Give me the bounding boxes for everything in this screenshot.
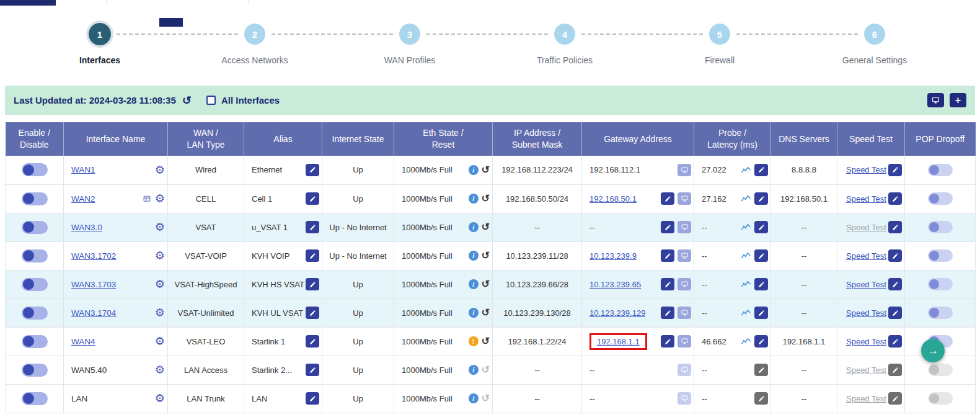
- gateway-link[interactable]: 192.168.50.1: [589, 194, 637, 204]
- interface-name-link[interactable]: WAN3.0: [71, 223, 102, 232]
- gear-icon[interactable]: ⚙: [155, 307, 165, 318]
- pop-dropoff-toggle[interactable]: [928, 278, 953, 290]
- pop-dropoff-toggle[interactable]: [928, 249, 953, 262]
- info-icon[interactable]: i: [469, 194, 479, 204]
- speed-test-link[interactable]: Speed Test: [846, 365, 886, 375]
- gear-icon[interactable]: ⚙: [155, 164, 165, 176]
- speed-test-link[interactable]: Speed Test: [846, 223, 886, 232]
- stepper-step-interfaces[interactable]: 1: [89, 23, 111, 45]
- reset-icon[interactable]: ↺: [482, 165, 490, 175]
- add-interface-button[interactable]: +: [950, 93, 966, 107]
- enable-toggle[interactable]: [22, 392, 48, 405]
- edit-icon[interactable]: [888, 249, 902, 262]
- interface-name-link[interactable]: WAN3.1702: [71, 251, 116, 261]
- gateway-link[interactable]: 10.123.239.65: [589, 280, 641, 289]
- edit-icon[interactable]: [754, 164, 768, 176]
- edit-icon[interactable]: [888, 221, 902, 233]
- ping-monitor-icon[interactable]: [678, 392, 691, 405]
- gear-icon[interactable]: ⚙: [155, 279, 165, 290]
- latency-chart-icon[interactable]: [741, 337, 751, 346]
- latency-chart-icon[interactable]: [741, 308, 751, 317]
- latency-chart-icon[interactable]: [741, 194, 751, 203]
- stepper-step-firewall[interactable]: 5: [709, 24, 730, 45]
- edit-icon[interactable]: [754, 307, 768, 319]
- ping-monitor-icon[interactable]: [678, 364, 691, 376]
- edit-icon[interactable]: [754, 392, 768, 405]
- speed-test-link[interactable]: Speed Test: [846, 394, 886, 403]
- ping-monitor-icon[interactable]: [678, 335, 691, 348]
- edit-icon[interactable]: [306, 221, 319, 233]
- latency-chart-icon[interactable]: [741, 280, 751, 289]
- interface-name-link[interactable]: WAN1: [71, 165, 95, 174]
- info-icon[interactable]: i: [469, 165, 479, 175]
- edit-icon[interactable]: [306, 307, 319, 319]
- speed-test-link[interactable]: Speed Test: [846, 280, 886, 289]
- edit-icon[interactable]: [754, 364, 768, 376]
- edit-icon[interactable]: [754, 221, 768, 233]
- ping-monitor-icon[interactable]: [678, 164, 691, 176]
- ping-monitor-icon[interactable]: [678, 221, 691, 233]
- info-icon[interactable]: i: [469, 308, 479, 318]
- edit-icon[interactable]: [306, 278, 319, 290]
- enable-toggle[interactable]: [22, 278, 48, 291]
- edit-icon[interactable]: [888, 307, 902, 319]
- edit-icon[interactable]: [754, 192, 768, 205]
- enable-toggle[interactable]: [22, 307, 48, 320]
- interface-name-link[interactable]: WAN2: [71, 194, 95, 204]
- enable-toggle[interactable]: [22, 364, 48, 377]
- gateway-link[interactable]: 192.168.1.1: [597, 337, 640, 346]
- edit-icon[interactable]: [754, 335, 768, 348]
- gear-icon[interactable]: ⚙: [155, 250, 165, 261]
- refresh-icon[interactable]: ↺: [182, 95, 192, 106]
- edit-icon[interactable]: [306, 392, 319, 405]
- info-icon[interactable]: i: [469, 393, 479, 403]
- enable-toggle[interactable]: [22, 163, 48, 176]
- pop-dropoff-toggle[interactable]: [928, 307, 953, 319]
- latency-chart-icon[interactable]: [741, 251, 751, 260]
- gear-icon[interactable]: ⚙: [155, 336, 165, 347]
- all-interfaces-checkbox[interactable]: [206, 96, 216, 105]
- display-view-button[interactable]: [927, 93, 944, 107]
- pop-dropoff-toggle[interactable]: [928, 192, 953, 205]
- latency-chart-icon[interactable]: [741, 223, 751, 231]
- edit-icon[interactable]: [661, 335, 674, 348]
- edit-icon[interactable]: [888, 335, 902, 348]
- pop-dropoff-toggle[interactable]: [928, 392, 953, 405]
- ping-monitor-icon[interactable]: [678, 278, 691, 290]
- speed-test-link[interactable]: Speed Test: [846, 337, 886, 346]
- gear-icon[interactable]: ⚙: [155, 193, 165, 204]
- speed-test-link[interactable]: Speed Test: [846, 165, 886, 174]
- gear-icon[interactable]: ⚙: [155, 364, 165, 375]
- warning-icon[interactable]: !: [469, 336, 479, 346]
- edit-icon[interactable]: [888, 164, 902, 176]
- reset-icon[interactable]: ↺: [482, 194, 490, 204]
- speed-test-link[interactable]: Speed Test: [846, 194, 886, 204]
- reset-icon[interactable]: ↺: [482, 222, 490, 232]
- ping-monitor-icon[interactable]: [678, 192, 691, 205]
- stepper-step-traffic-policies[interactable]: 4: [554, 24, 575, 45]
- ping-monitor-icon[interactable]: [678, 307, 691, 319]
- gear-icon[interactable]: ⚙: [155, 222, 165, 233]
- edit-icon[interactable]: [661, 221, 674, 233]
- edit-icon[interactable]: [888, 192, 902, 205]
- interface-name-link[interactable]: WAN3.1703: [71, 280, 116, 289]
- gateway-link[interactable]: 10.123.239.9: [589, 251, 637, 261]
- enable-toggle[interactable]: [22, 249, 48, 262]
- edit-icon[interactable]: [754, 278, 768, 290]
- edit-icon[interactable]: [661, 249, 674, 262]
- edit-icon[interactable]: [306, 192, 319, 205]
- pop-dropoff-toggle[interactable]: [928, 221, 953, 233]
- reset-icon[interactable]: ↺: [482, 308, 490, 318]
- next-arrow-fab[interactable]: →: [921, 339, 945, 362]
- enable-toggle[interactable]: [22, 221, 48, 234]
- stepper-step-wan-profiles[interactable]: 3: [399, 24, 420, 45]
- edit-icon[interactable]: [754, 249, 768, 262]
- edit-icon[interactable]: [306, 335, 319, 348]
- edit-icon[interactable]: [661, 278, 674, 290]
- reset-icon[interactable]: ↺: [482, 279, 490, 289]
- sim-lock-icon[interactable]: [143, 195, 151, 203]
- pop-dropoff-toggle[interactable]: [928, 164, 953, 176]
- reset-icon[interactable]: ↺: [482, 336, 490, 346]
- enable-toggle[interactable]: [22, 335, 48, 348]
- latency-chart-icon[interactable]: [741, 166, 751, 174]
